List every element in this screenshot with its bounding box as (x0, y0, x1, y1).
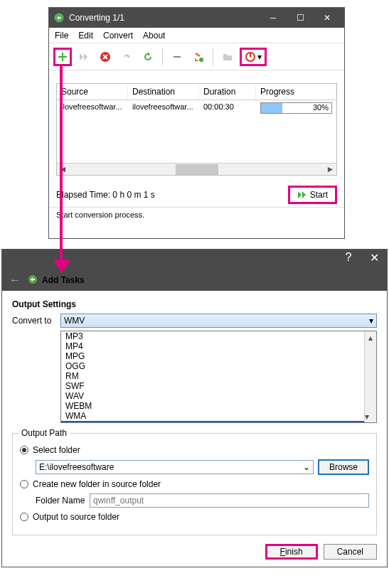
titlebar[interactable]: Converting 1/1 ─ ☐ ✕ (49, 8, 344, 28)
svg-rect-5 (250, 53, 251, 57)
clear-icon[interactable] (189, 48, 208, 66)
cell-destination: ilovefreesoftwar... (128, 100, 199, 116)
help-button[interactable]: ? (336, 250, 361, 265)
radio-label: Create new folder in source folder (33, 479, 161, 489)
list-item[interactable]: SWF (61, 381, 376, 391)
scroll-up-icon[interactable]: ▴ (365, 331, 376, 343)
list-item[interactable]: MP3 (61, 331, 376, 341)
list-scrollbar[interactable]: ▴ ▾ (364, 331, 376, 422)
svg-point-3 (199, 58, 203, 62)
cancel-button[interactable]: Cancel (324, 544, 377, 560)
annotation-arrow-head (53, 260, 70, 273)
add-task-button[interactable] (53, 48, 72, 66)
list-item[interactable]: MP4 (61, 341, 376, 351)
dropdown-caret-icon: ▾ (369, 316, 373, 326)
col-duration[interactable]: Duration (199, 84, 256, 100)
elapsed-time-label: Elapsed Time: 0 h 0 m 1 s (56, 190, 288, 200)
add-tasks-dialog: ? ✕ ← Add Tasks Output Settings Convert … (1, 249, 388, 567)
browse-button[interactable]: Browse (318, 459, 369, 475)
radio-create-folder[interactable]: Create new folder in source folder (20, 479, 369, 489)
power-dropdown-button[interactable]: ▾ (240, 48, 267, 66)
list-item[interactable]: WMV (61, 421, 376, 423)
list-item[interactable]: RM (61, 371, 376, 381)
menu-edit[interactable]: Edit (78, 31, 93, 41)
redo-icon[interactable] (117, 48, 136, 66)
format-listbox[interactable]: MP3MP4MPGOGGRMSWFWAVWEBMWMAWMV ▴ ▾ (60, 331, 377, 423)
app-icon (53, 12, 65, 23)
col-destination[interactable]: Destination (128, 84, 199, 100)
folder-path-value: E:\ilovefreesoftware (39, 462, 114, 472)
radio-dot-icon (20, 513, 28, 521)
output-path-legend: Output Path (18, 428, 70, 438)
radio-label: Select folder (33, 445, 80, 455)
list-item[interactable]: WEBM (61, 401, 376, 411)
tasks-table: Source Destination Duration Progress ilo… (56, 83, 337, 176)
progress-fill (261, 103, 282, 113)
back-icon[interactable]: ← (6, 274, 23, 287)
finish-button[interactable]: Finish (265, 544, 318, 560)
folder-path-combo[interactable]: E:\ilovefreesoftware ⌄ (36, 460, 314, 474)
close-button[interactable]: ✕ (361, 250, 387, 265)
svg-rect-2 (174, 56, 181, 58)
progress-label: 30% (313, 103, 329, 112)
scroll-thumb[interactable] (176, 164, 218, 175)
dialog-title: Add Tasks (42, 275, 85, 285)
output-settings-heading: Output Settings (12, 299, 377, 309)
toolbar: ▾ (49, 43, 344, 70)
menu-about[interactable]: About (143, 31, 165, 41)
list-item[interactable]: OGG (61, 361, 376, 371)
statusbar: Start conversion process. (49, 207, 344, 222)
menu-file[interactable]: File (55, 31, 68, 41)
col-progress[interactable]: Progress (256, 84, 336, 100)
close-button[interactable]: ✕ (314, 10, 340, 26)
window-title: Converting 1/1 (69, 13, 260, 23)
open-folder-icon[interactable] (218, 48, 237, 66)
maximize-button[interactable]: ☐ (287, 10, 313, 26)
toolbar-separator (162, 48, 163, 65)
annotation-arrow (60, 65, 63, 264)
toolbar-separator (213, 48, 213, 65)
table-row[interactable]: ilovefreesoftwar... ilovefreesoftwar... … (57, 100, 336, 116)
output-path-group: Output Path Select folder E:\ilovefreeso… (12, 433, 377, 535)
folder-name-input[interactable] (90, 493, 369, 508)
radio-select-folder[interactable]: Select folder (20, 445, 369, 455)
start-button-label: Start (310, 190, 328, 200)
minimize-button[interactable]: ─ (260, 10, 286, 26)
scroll-left-icon[interactable]: ◄ (57, 164, 69, 176)
converter-main-window: Converting 1/1 ─ ☐ ✕ File Edit Convert A… (48, 7, 345, 239)
stop-icon[interactable] (96, 48, 114, 66)
play-icon (297, 191, 307, 199)
radio-label: Output to source folder (33, 512, 119, 522)
list-item[interactable]: WAV (61, 391, 376, 401)
progress-bar: 30% (260, 102, 332, 114)
col-source[interactable]: Source (57, 84, 128, 100)
radio-dot-icon (20, 446, 28, 454)
dropdown-caret-icon: ▾ (257, 52, 262, 62)
convert-to-label: Convert to (12, 316, 56, 326)
cell-duration: 00:00:30 (199, 100, 256, 116)
convert-to-combo[interactable]: WMV ▾ (60, 314, 377, 328)
start-button[interactable]: Start (288, 186, 337, 204)
list-item[interactable]: WMA (61, 411, 376, 421)
scroll-right-icon[interactable]: ► (324, 164, 336, 176)
menubar: File Edit Convert About (49, 28, 344, 43)
radio-output-source[interactable]: Output to source folder (20, 512, 369, 522)
folder-name-label: Folder Name (36, 496, 85, 506)
radio-dot-icon (20, 480, 28, 488)
cell-progress: 30% (256, 100, 336, 116)
app-icon (28, 274, 38, 287)
menu-convert[interactable]: Convert (103, 31, 133, 41)
scroll-down-icon[interactable]: ▾ (365, 410, 369, 422)
combo-selected-value: WMV (64, 316, 85, 326)
cell-source: ilovefreesoftwar... (57, 100, 128, 116)
remove-icon[interactable] (168, 48, 186, 66)
play-next-icon[interactable] (75, 48, 93, 66)
dropdown-caret-icon: ⌄ (303, 462, 310, 472)
refresh-icon[interactable] (139, 48, 157, 66)
horizontal-scrollbar[interactable]: ◄ ► (57, 163, 336, 175)
list-item[interactable]: MPG (61, 351, 376, 361)
